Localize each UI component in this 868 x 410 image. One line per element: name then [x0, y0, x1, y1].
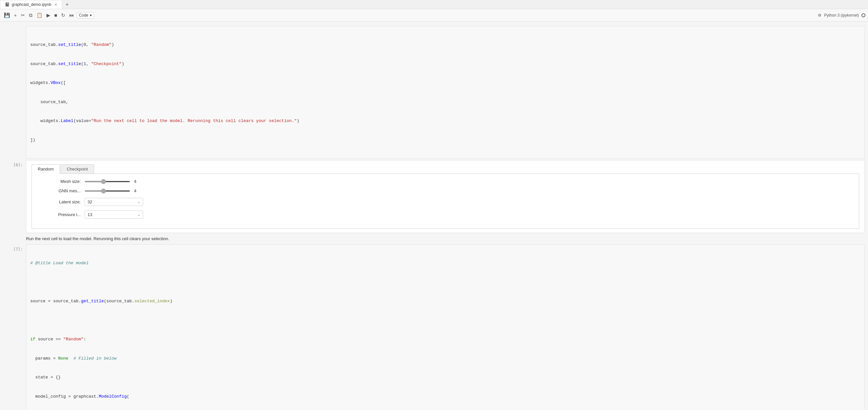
pressure-levels-label: Pressure l...: [38, 212, 81, 217]
cell-type-arrow: ▾: [90, 13, 92, 18]
latent-size-label: Latent size:: [38, 199, 81, 204]
code-line-7-1: # @title Load the model: [30, 260, 861, 266]
mesh-size-value: 4: [134, 179, 141, 184]
mesh-size-slider-container: [85, 181, 130, 182]
pressure-levels-value: 13: [88, 212, 92, 217]
code-cell-7: [7]: # @title Load the model source = so…: [0, 244, 868, 410]
code-line-7-6: model_config = graphcast.ModelConfig(: [30, 393, 861, 400]
gnn-mesh-slider[interactable]: [85, 190, 130, 192]
output-text: Run the next cell to load the model. Rer…: [26, 236, 169, 241]
code-line-7-blank2: [30, 317, 861, 324]
restart-button[interactable]: ↻: [60, 12, 67, 19]
main-toolbar: 💾 + ✂ ⧉ 📋 ▶ ■ ↻ ⏭ Code ▾ ⚙ Python 3 (ipy…: [0, 9, 868, 22]
code-cell-top: source_tab.set_title(0, "Random") source…: [0, 26, 868, 159]
code-cell-top-code[interactable]: source_tab.set_title(0, "Random") source…: [26, 26, 864, 158]
gnn-mesh-label: GNN mes...: [38, 188, 81, 193]
code-line-2: source_tab.set_title(1, "Checkpoint"): [30, 61, 861, 67]
new-tab-button[interactable]: +: [62, 0, 71, 9]
code-line-3: widgets.VBox([: [30, 80, 861, 86]
code-line-7-4: params = None # Filled in below: [30, 355, 861, 362]
tab-checkpoint[interactable]: Checkpoint: [61, 164, 94, 174]
cell-number-top: [0, 26, 26, 29]
gnn-mesh-value: 4: [134, 188, 141, 193]
code-line-5: widgets.Label(value="Run the next cell t…: [30, 118, 861, 124]
code-line-1: source_tab.set_title(0, "Random"): [30, 42, 861, 48]
cell-type-label: Code: [79, 13, 89, 18]
code-line-7-5: state = {}: [30, 374, 861, 381]
code-cell-7-code[interactable]: # @title Load the model source = source_…: [26, 245, 864, 410]
code-line-7-3: if source == "Random":: [30, 336, 861, 343]
widget-container: Random Checkpoint Mesh size: 4: [26, 160, 864, 233]
fast-forward-button[interactable]: ⏭: [68, 12, 75, 19]
paste-button[interactable]: 📋: [35, 12, 44, 19]
notebook-area: source_tab.set_title(0, "Random") source…: [0, 22, 868, 410]
latent-size-arrow: ⌄: [137, 200, 140, 204]
cell-number-7: [7]:: [0, 244, 26, 252]
tab-close-button[interactable]: ✕: [54, 3, 57, 7]
output-text-row: Run the next cell to load the model. Rer…: [0, 234, 868, 243]
gear-icon: ⚙: [818, 13, 822, 18]
code-line-7-2: source = source_tab.get_title(source_tab…: [30, 298, 861, 305]
latent-size-dropdown[interactable]: 32 ⌄: [85, 198, 143, 206]
pressure-levels-dropdown[interactable]: 13 ⌄: [85, 211, 143, 219]
add-cell-button[interactable]: +: [13, 12, 18, 19]
cut-button[interactable]: ✂: [20, 12, 26, 19]
tab-bar: 📓 graphcast_demo.ipynb ✕ +: [0, 0, 868, 9]
mesh-size-label: Mesh size:: [38, 179, 81, 184]
run-cell-button[interactable]: ▶: [45, 12, 52, 19]
notebook-icon: 📓: [5, 2, 10, 7]
widget-tab-body: Mesh size: 4 GNN mes... 4: [32, 174, 859, 229]
code-cell-7-content[interactable]: # @title Load the model source = source_…: [26, 244, 865, 410]
kernel-info: ⚙ Python 3 (ipykernel): [818, 13, 865, 18]
gnn-mesh-row: GNN mes... 4: [38, 188, 852, 193]
notebook-tab[interactable]: 📓 graphcast_demo.ipynb ✕: [0, 0, 62, 9]
save-button[interactable]: 💾: [3, 12, 11, 19]
cell-number-6: [6]:: [0, 160, 26, 167]
mesh-size-row: Mesh size: 4: [38, 179, 852, 184]
kernel-status-indicator: [862, 13, 865, 17]
stop-button[interactable]: ■: [53, 12, 59, 19]
kernel-label: Python 3 (ipykernel): [824, 13, 859, 18]
output-cell-6-content: Random Checkpoint Mesh size: 4: [26, 160, 865, 233]
code-line-6: ]): [30, 137, 861, 144]
notebook-tab-label: graphcast_demo.ipynb: [12, 2, 51, 7]
copy-button[interactable]: ⧉: [28, 12, 34, 19]
tab-random[interactable]: Random: [32, 164, 60, 174]
output-cell-6: [6]: Random Checkpoint Mesh size: 4: [0, 160, 868, 233]
code-line-7-blank: [30, 279, 861, 286]
pressure-levels-row: Pressure l... 13 ⌄: [38, 211, 852, 219]
pressure-levels-arrow: ⌄: [137, 213, 140, 217]
latent-size-row: Latent size: 32 ⌄: [38, 198, 852, 206]
cell-type-dropdown[interactable]: Code ▾: [77, 12, 94, 19]
mesh-size-slider[interactable]: [85, 181, 130, 182]
code-line-4: source_tab,: [30, 99, 861, 105]
latent-size-value: 32: [88, 199, 92, 204]
widget-tab-bar: Random Checkpoint: [32, 164, 859, 174]
code-cell-top-content[interactable]: source_tab.set_title(0, "Random") source…: [26, 26, 865, 159]
gnn-mesh-slider-container: [85, 190, 130, 192]
